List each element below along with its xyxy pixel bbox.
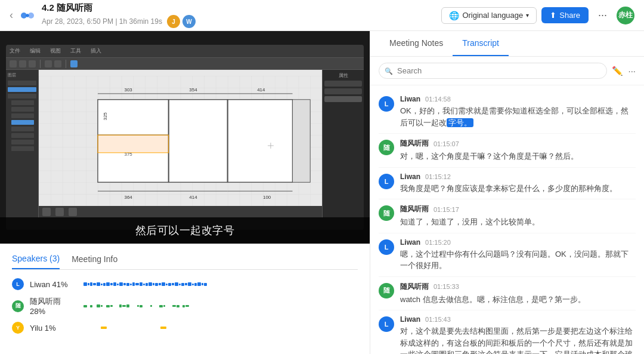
- speaker-name-sfty: 随风听雨 28%: [30, 296, 78, 316]
- transcript-item-7: L Liwan 01:15:43 对，这个就是要先去结构图里面，然后第一步是要把…: [379, 310, 636, 354]
- t-text-6: watch 信息去做信息。嗯，标注信息，是吧？第一步。: [400, 294, 636, 306]
- transcript-item-2: 随 随风听雨 01:15:07 对，嗯，这个角度是干嘛？这个角度是干嘛？然后。: [379, 134, 636, 168]
- user-avatar: 赤柱: [617, 7, 634, 24]
- speaker-avatar-liwan: L: [12, 278, 24, 290]
- search-input[interactable]: [379, 63, 607, 79]
- left-panel: 文件 编辑 视图 工具 插入: [0, 31, 370, 354]
- speaker-bar-liwan: [83, 281, 358, 288]
- t-text-7: 对，这个就是要先去结构图里面，然后第一步是要把左边这个标注给标成这样的，有这台板…: [400, 325, 636, 354]
- t-time-2: 01:15:07: [434, 140, 459, 147]
- t-text-5: 嗯，这个过程中你有什么问题吗？没有问题。OK，没问题。那就下一个很好用。: [400, 248, 636, 272]
- t-avatar-sfty-1: 随: [379, 140, 394, 155]
- svg-text:325: 325: [103, 112, 108, 121]
- svg-rect-11: [228, 100, 293, 183]
- tab-transcript[interactable]: Transcript: [453, 31, 509, 56]
- t-name-1: Liwan: [400, 95, 420, 103]
- t-header-5: Liwan 01:15:20: [400, 238, 636, 247]
- speakers-list: L Liwan 41%: [12, 278, 358, 334]
- t-name-2: 随风听雨: [400, 138, 429, 149]
- search-actions: ✏️ ···: [612, 66, 636, 76]
- t-content-3: Liwan 01:15:12 我角度是吧？角度应该是拿来标它是什么，多少度的那种…: [400, 173, 636, 195]
- more-icon[interactable]: ···: [628, 66, 636, 76]
- transcript-item-6: 随 随风听雨 01:15:33 watch 信息去做信息。嗯，标注信息，是吧？第…: [379, 277, 636, 311]
- tab-speakers[interactable]: Speakers (3): [12, 254, 60, 269]
- t-text-3: 我角度是吧？角度应该是拿来标它是什么，多少度的那种角度。: [400, 183, 636, 195]
- t-time-5: 01:15:20: [425, 239, 451, 246]
- speaker-name-yilu: Yilu 1%: [30, 324, 78, 333]
- speaker-row-sfty: 随 随风听雨 28%: [12, 296, 358, 316]
- t-avatar-sfty-2: 随: [379, 205, 394, 221]
- share-icon: ⬆: [550, 11, 556, 20]
- svg-text:100: 100: [263, 195, 271, 200]
- t-name-3: Liwan: [400, 173, 420, 181]
- meeting-title: 4.2 随风听雨: [42, 2, 441, 14]
- t-name-7: Liwan: [400, 315, 420, 324]
- t-content-7: Liwan 01:15:43 对，这个就是要先去结构图里面，然后第一步是要把左边…: [400, 315, 636, 354]
- t-time-3: 01:15:12: [425, 173, 451, 180]
- t-header-3: Liwan 01:15:12: [400, 173, 636, 181]
- transcript-item-4: 随 随风听雨 01:15:17 知道了，知道了，没用，这个比较简单。: [379, 199, 636, 233]
- svg-rect-10: [169, 100, 228, 183]
- t-avatar-liwan-1: L: [379, 96, 394, 112]
- t-content-2: 随风听雨 01:15:07 对，嗯，这个角度是干嘛？这个角度是干嘛？然后。: [400, 138, 636, 162]
- meeting-datetime: Apr 28, 2023, 6:50 PM | 1h 36min 19s: [42, 17, 162, 26]
- video-area: 文件 编辑 视图 工具 插入: [0, 31, 370, 244]
- t-content-1: Liwan 01:14:58 OK，好的，我们需求就是需要你知道框选全部，可以全…: [400, 95, 636, 128]
- svg-text:354: 354: [189, 87, 197, 93]
- t-text-4: 知道了，知道了，没用，这个比较简单。: [400, 216, 636, 228]
- speaker-bar-yilu: [83, 324, 358, 331]
- svg-text:375: 375: [124, 152, 132, 157]
- speaker-row-liwan: L Liwan 41%: [12, 278, 358, 290]
- t-name-6: 随风听雨: [400, 282, 429, 292]
- avatar-1: J: [167, 15, 180, 28]
- right-tabs: Meeting Notes Transcript: [370, 31, 644, 57]
- t-avatar-sfty-3: 随: [379, 283, 394, 298]
- svg-text:364: 364: [124, 195, 132, 200]
- meeting-info-header: 4.2 随风听雨 Apr 28, 2023, 6:50 PM | 1h 36mi…: [42, 2, 441, 28]
- t-time-6: 01:15:33: [434, 283, 459, 290]
- chevron-down-icon: ▾: [526, 12, 529, 19]
- t-text-2: 对，嗯，这个角度是干嘛？这个角度是干嘛？然后。: [400, 150, 636, 162]
- bottom-tabs: Speakers (3) Meeting Info: [12, 254, 358, 270]
- tab-meeting-notes[interactable]: Meeting Notes: [380, 31, 453, 56]
- t-time-4: 01:15:17: [434, 206, 459, 213]
- participant-avatars: J W: [167, 15, 196, 28]
- meeting-meta: Apr 28, 2023, 6:50 PM | 1h 36min 19s J W: [42, 15, 441, 28]
- more-options-button[interactable]: ···: [593, 7, 612, 24]
- speaker-avatar-sfty: 随: [12, 300, 24, 312]
- share-button[interactable]: ⬆ Share: [541, 7, 589, 23]
- edit-icon[interactable]: ✏️: [612, 66, 623, 76]
- t-content-5: Liwan 01:15:20 嗯，这个过程中你有什么问题吗？没有问题。OK，没问…: [400, 238, 636, 272]
- t-text-1: OK，好的，我们需求就是需要你知道框选全部，可以全部框选，然后可以一起改字号。: [400, 105, 636, 128]
- speaker-bar-sfty: [83, 303, 358, 310]
- header-actions: 🌐 Original language ▾ ⬆ Share ··· 赤柱: [441, 7, 634, 24]
- speaker-name-liwan: Liwan 41%: [30, 280, 78, 289]
- svg-text:414: 414: [189, 195, 197, 200]
- transcript-item-1: L Liwan 01:14:58 OK，好的，我们需求就是需要你知道框选全部，可…: [379, 90, 636, 134]
- speaker-avatar-yilu: Y: [12, 322, 24, 334]
- avatar-2: W: [182, 15, 196, 28]
- t-content-4: 随风听雨 01:15:17 知道了，知道了，没用，这个比较简单。: [400, 204, 636, 228]
- svg-rect-15: [98, 135, 169, 153]
- t-avatar-liwan-3: L: [379, 239, 394, 255]
- back-button[interactable]: ‹: [10, 9, 13, 21]
- search-bar: ✏️ ···: [370, 57, 644, 85]
- transcript-item-3: L Liwan 01:15:12 我角度是吧？角度应该是拿来标它是什么，多少度的…: [379, 168, 636, 200]
- language-button[interactable]: 🌐 Original language ▾: [441, 7, 537, 24]
- t-content-6: 随风听雨 01:15:33 watch 信息去做信息。嗯，标注信息，是吧？第一步…: [400, 282, 636, 306]
- app-logo: [19, 7, 36, 24]
- t-header-7: Liwan 01:15:43: [400, 315, 636, 324]
- search-wrapper: [379, 63, 607, 79]
- subtitle-bar: 然后可以一起改字号: [0, 217, 370, 244]
- t-header-2: 随风听雨 01:15:07: [400, 138, 636, 149]
- right-panel: Meeting Notes Transcript ✏️ ··· L Liwan …: [370, 31, 644, 354]
- speaker-row-yilu: Y Yilu 1%: [12, 322, 358, 334]
- speakers-panel: Speakers (3) Meeting Info L Liwan 41%: [0, 244, 370, 354]
- tab-meeting-info[interactable]: Meeting Info: [72, 254, 117, 269]
- t-highlight-1: 字号。: [447, 118, 473, 127]
- t-time-1: 01:14:58: [425, 96, 451, 103]
- t-avatar-liwan-2: L: [379, 174, 394, 189]
- main-content: 文件 编辑 视图 工具 插入: [0, 31, 644, 354]
- t-name-5: Liwan: [400, 238, 420, 247]
- t-header-4: 随风听雨 01:15:17: [400, 204, 636, 214]
